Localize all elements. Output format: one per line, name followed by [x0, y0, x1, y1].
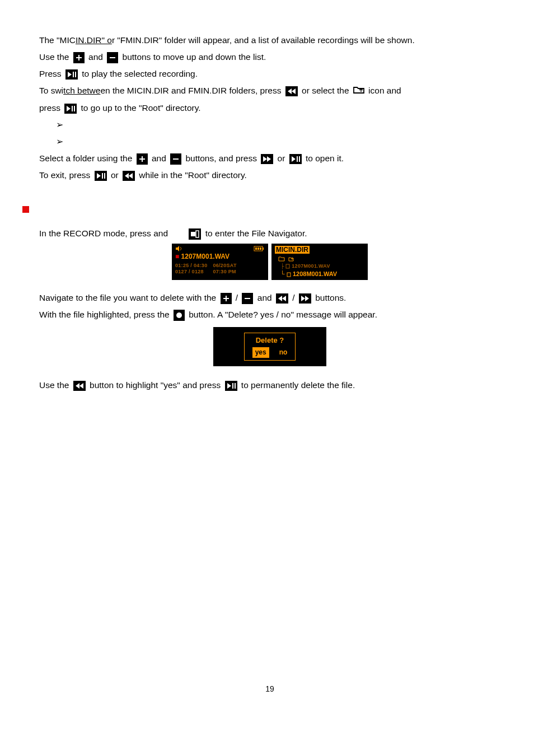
svg-rect-1: [75, 72, 76, 77]
lcd-screenshots: ■ 1207M001.WAV 01:25 / 04:30 0127 / 0128…: [39, 244, 500, 280]
delete-question: Delete ?: [252, 335, 288, 346]
svg-rect-14: [263, 248, 264, 250]
play-pause-icon: [64, 104, 77, 114]
rewind-icon: [276, 293, 288, 304]
section-marker: [22, 202, 500, 216]
lcd-left: ■ 1207M001.WAV 01:25 / 04:30 0127 / 0128…: [172, 244, 268, 280]
svg-rect-9: [196, 231, 199, 237]
page-number: 19: [39, 683, 500, 696]
line-5: press to go up to the "Root" directory.: [39, 101, 500, 115]
svg-rect-15: [286, 264, 289, 268]
speaker-icon: [175, 246, 183, 251]
delete-dialog-screenshot: Delete ? yes no: [39, 327, 500, 366]
play-pause-icon: [289, 154, 302, 164]
record-icon: [174, 310, 185, 321]
svg-rect-6: [102, 173, 103, 179]
line-8: In the RECORD mode, press and to enter t…: [39, 227, 500, 240]
rewind-icon: [285, 86, 298, 96]
svg-rect-7: [104, 173, 105, 179]
minus-icon: [242, 293, 253, 304]
line-4: To switch between the MICIN.DIR and FMIN…: [39, 84, 500, 98]
plus-icon: [73, 52, 85, 63]
plus-icon: [137, 153, 148, 165]
bullet-1: ➢: [56, 118, 500, 132]
folder-up-icon: [353, 85, 364, 98]
plus-icon: [221, 293, 232, 304]
svg-rect-11: [255, 248, 257, 250]
svg-rect-18: [232, 383, 233, 389]
line-10: With the file highlighted, press the but…: [39, 308, 500, 321]
forward-icon: [299, 293, 311, 304]
svg-rect-8: [191, 232, 195, 236]
forward-icon: [261, 154, 273, 164]
no-option: no: [279, 347, 288, 358]
line-7: To exit, press or while in the "Root" di…: [39, 169, 500, 182]
svg-rect-13: [260, 248, 261, 250]
line-11: Use the button to highlight "yes" and pr…: [39, 379, 500, 392]
bullet-2: ➢: [56, 135, 500, 148]
svg-point-17: [176, 312, 182, 318]
svg-rect-4: [297, 156, 298, 162]
svg-rect-2: [72, 106, 73, 111]
svg-rect-19: [235, 383, 236, 389]
lcd-dir-highlight: MICIN.DIR: [275, 246, 310, 254]
yes-option: yes: [252, 347, 269, 358]
rewind-icon: [123, 171, 135, 181]
play-pause-icon: [95, 171, 107, 181]
minus-icon: [170, 153, 181, 165]
line-9: Navigate to the file you want to delete …: [39, 291, 500, 305]
line-6: Select a folder using the and buttons, a…: [39, 152, 500, 165]
battery-icon: [254, 246, 265, 251]
svg-rect-5: [299, 156, 300, 162]
play-pause-icon: [65, 69, 78, 80]
lcd-filename: 1207M001.WAV: [181, 253, 230, 260]
play-pause-icon: [225, 381, 237, 391]
svg-rect-16: [287, 273, 291, 277]
line-1: The "MICIN.DIR" or "FMIN.DIR" folder wil…: [39, 34, 500, 47]
line-3: Press to play the selected recording.: [39, 67, 500, 81]
minus-icon: [107, 52, 118, 63]
svg-rect-3: [74, 106, 75, 111]
stop-nav-icon: [189, 228, 201, 240]
rewind-icon: [73, 381, 86, 391]
line-2: Use the and buttons to move up and down …: [39, 50, 500, 64]
svg-rect-0: [73, 72, 74, 77]
lcd-right: MICIN.DIR ├ 1207M001.WAV └ 1208M001.WAV: [271, 244, 368, 280]
svg-rect-12: [257, 248, 259, 250]
